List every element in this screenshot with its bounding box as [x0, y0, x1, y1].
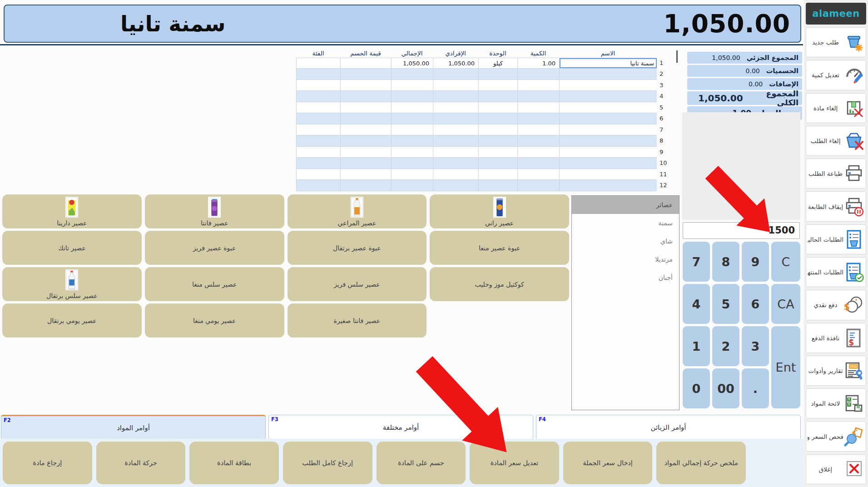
sidebar-item-cash-payment[interactable]: $دفع نقدي [806, 290, 866, 320]
command-button[interactable]: ملخص حركة إجمالي المواد [656, 442, 746, 484]
command-button[interactable]: حركة المادة [96, 442, 186, 484]
cell-unit[interactable] [478, 147, 517, 158]
table-row-number[interactable]: 2 [657, 69, 679, 80]
product-button[interactable]: عصير راني [430, 194, 569, 229]
numpad-key-5[interactable]: 5 [712, 284, 739, 324]
cell-total[interactable] [391, 124, 433, 136]
cell-unit-price[interactable] [433, 91, 478, 102]
command-button[interactable]: بطاقة المادة [189, 442, 279, 484]
command-button[interactable]: تعديل سعر المادة [470, 442, 559, 484]
table-scrollbar[interactable] [676, 50, 678, 63]
cell-unit[interactable] [478, 102, 517, 114]
cell-category[interactable] [296, 147, 340, 158]
cell-discount[interactable] [340, 80, 391, 91]
cell-total[interactable] [391, 180, 433, 191]
sidebar-item-cancel-item[interactable]: إلغاء مادة [806, 93, 866, 123]
cell-category[interactable] [296, 169, 340, 180]
product-button[interactable]: عصير سلس منغا [145, 267, 284, 301]
cell-total[interactable] [391, 158, 433, 169]
cell-unit-price[interactable] [433, 113, 478, 124]
cell-unit[interactable]: كيلو [478, 58, 517, 69]
sidebar-item-close[interactable]: إغلاق [806, 454, 866, 484]
cell-quantity[interactable] [517, 169, 559, 180]
cell-name[interactable] [559, 113, 657, 124]
table-row-number[interactable]: 6 [657, 113, 679, 124]
cell-name[interactable] [559, 80, 657, 91]
cell-unit-price[interactable] [433, 80, 478, 91]
cell-discount[interactable] [340, 91, 391, 102]
cell-name[interactable] [559, 69, 657, 80]
cell-category[interactable] [296, 58, 340, 69]
cell-unit[interactable] [478, 158, 517, 169]
product-button[interactable]: عصير المراعي [288, 194, 427, 229]
cell-quantity[interactable] [517, 147, 559, 158]
cell-quantity[interactable] [517, 180, 559, 191]
cell-unit[interactable] [478, 113, 517, 124]
cell-total[interactable] [391, 102, 433, 114]
sidebar-item-cancel-order[interactable]: إلغاء الطلب [806, 126, 866, 156]
cell-quantity[interactable] [517, 91, 559, 102]
numpad-input-display[interactable]: 1500 [683, 222, 800, 239]
product-button[interactable]: عبوة عصير برتقال [288, 231, 427, 265]
product-button[interactable]: عصير سلس فريز [288, 267, 427, 301]
cell-quantity[interactable] [517, 158, 559, 169]
cell-discount[interactable] [340, 135, 391, 147]
product-button[interactable]: عصير يومي منغا [145, 303, 284, 338]
cell-quantity[interactable] [517, 124, 559, 136]
cell-category[interactable] [296, 124, 340, 136]
tab-f2[interactable]: F2أوامر المواد [1, 415, 266, 440]
product-button[interactable]: عصير تانك [2, 231, 142, 265]
sidebar-item-stop-printer[interactable]: إيقاف الطابعة [806, 191, 866, 221]
cell-discount[interactable] [340, 158, 391, 169]
cell-discount[interactable] [340, 102, 391, 114]
cell-quantity[interactable] [517, 113, 559, 124]
cell-quantity[interactable] [517, 135, 559, 147]
command-button[interactable]: إرجاع مادة [3, 442, 92, 484]
cell-name[interactable] [559, 180, 657, 191]
cell-discount[interactable] [340, 113, 391, 124]
numpad-key-2[interactable]: 2 [712, 326, 739, 366]
cell-unit[interactable] [478, 69, 517, 80]
product-button[interactable]: كوكتيل موز وحليب [430, 267, 569, 301]
sidebar-item-finished-orders[interactable]: الطلبات المنتهية [806, 257, 866, 287]
numpad-key-7[interactable]: 7 [683, 242, 710, 282]
category-item[interactable]: شاي [572, 232, 679, 250]
cell-unit-price[interactable]: 1,050.00 [433, 58, 478, 69]
cell-category[interactable] [296, 80, 340, 91]
product-button[interactable]: عصير فانتا [145, 194, 284, 229]
cell-category[interactable] [296, 91, 340, 102]
table-row-number[interactable]: 10 [657, 158, 679, 169]
sidebar-item-edit-quantity[interactable]: تعديل كمية [806, 60, 866, 90]
product-button[interactable]: عبوة عصير فريز [145, 231, 284, 265]
numpad-key-c[interactable]: C [771, 242, 800, 282]
category-item[interactable]: مرتديلا [572, 250, 679, 268]
cell-total[interactable] [391, 69, 433, 80]
cell-name[interactable]: سمنة تانيا [559, 58, 657, 69]
cell-unit-price[interactable] [433, 124, 478, 136]
cell-unit[interactable] [478, 91, 517, 102]
cell-category[interactable] [296, 102, 340, 114]
sidebar-item-reports-tools[interactable]: تقارير وأدوات [806, 356, 866, 386]
table-row-number[interactable]: 1 [657, 58, 679, 69]
product-button[interactable]: عصير دارينا [2, 194, 142, 229]
cell-name[interactable] [559, 91, 657, 102]
command-button[interactable]: إدخال سعر الجملة [563, 442, 653, 484]
tab-f3[interactable]: F3أوامر مختلفة [268, 415, 533, 440]
table-row-number[interactable]: 3 [657, 80, 679, 91]
cell-unit-price[interactable] [433, 135, 478, 147]
cell-quantity[interactable] [517, 69, 559, 80]
cell-name[interactable] [559, 169, 657, 180]
cell-unit[interactable] [478, 180, 517, 191]
cell-total[interactable] [391, 135, 433, 147]
sidebar-item-print-order[interactable]: طباعة الطلب [806, 159, 866, 189]
cell-discount[interactable] [340, 180, 391, 191]
sidebar-item-current-orders[interactable]: الطلبات الحالية [806, 224, 866, 254]
category-item-selected[interactable]: عصائر [572, 196, 679, 214]
table-row-number[interactable]: 5 [657, 102, 679, 114]
table-row-number[interactable]: 12 [657, 180, 679, 191]
sidebar-item-payment-window[interactable]: $نافذة الدفع [806, 323, 866, 353]
numpad-key-4[interactable]: 4 [683, 284, 710, 324]
cell-category[interactable] [296, 158, 340, 169]
product-button[interactable]: عصير يومي برتقال [2, 303, 142, 338]
cell-name[interactable] [559, 102, 657, 114]
